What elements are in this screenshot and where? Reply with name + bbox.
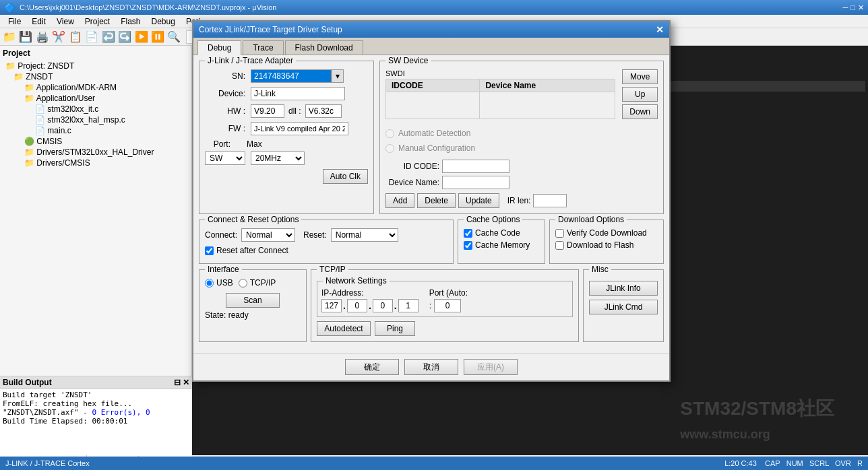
cancel-button[interactable]: 取消 bbox=[404, 359, 458, 375]
device-label: Device: bbox=[205, 89, 245, 98]
apply-button[interactable]: 应用(A) bbox=[464, 359, 518, 375]
ip-octet-2[interactable] bbox=[347, 299, 367, 312]
device-input[interactable] bbox=[251, 87, 345, 100]
port-input[interactable] bbox=[434, 299, 461, 312]
fw-input bbox=[251, 122, 348, 135]
build-line-3: "ZNSDT\ZNSDT.axf" - 0 Error(s), 0 bbox=[3, 408, 189, 417]
dialog-tabs: Debug Trace Flash Download bbox=[193, 38, 669, 55]
manual-config-radio[interactable] bbox=[385, 144, 394, 153]
ip-label: IP-Address: bbox=[321, 288, 418, 298]
cache-code-checkbox[interactable] bbox=[464, 229, 472, 238]
maximize-icon[interactable]: □ bbox=[850, 3, 855, 12]
jlink-cmd-button[interactable]: JLink Cmd bbox=[589, 300, 658, 314]
menu-file[interactable]: File bbox=[3, 17, 26, 26]
minimize-icon[interactable]: ─ bbox=[843, 3, 848, 12]
sn-dropdown-icon[interactable]: ▾ bbox=[332, 69, 344, 83]
auto-detection-radio[interactable] bbox=[385, 129, 394, 138]
tab-trace[interactable]: Trace bbox=[243, 40, 283, 55]
autodetect-button[interactable]: Autodetect bbox=[317, 321, 371, 336]
tcpip-radio[interactable] bbox=[239, 279, 247, 288]
tree-drivers-hal: 📁 Drivers/STM32L0xx_HAL_Driver bbox=[3, 147, 189, 158]
cache-options-title: Cache Options bbox=[464, 215, 522, 224]
dialog-title: Cortex JLink/JTrace Target Driver Setup bbox=[199, 25, 342, 34]
reset-after-connect-row: Reset after Connect bbox=[205, 246, 447, 255]
build-output-title: Build Output ⊟ ✕ bbox=[0, 376, 192, 389]
confirm-button[interactable]: 确定 bbox=[345, 359, 399, 375]
ip-octet-1[interactable] bbox=[321, 299, 342, 312]
dll-input bbox=[305, 104, 342, 118]
hw-row: HW : dll : bbox=[205, 104, 368, 118]
download-options-group: Download Options Verify Code Download Do… bbox=[549, 220, 664, 264]
download-flash-row: Download to Flash bbox=[555, 240, 658, 250]
interface-group: Interface USB TCP/IP Scan State: ready bbox=[199, 269, 307, 342]
reset-after-connect-checkbox[interactable] bbox=[205, 246, 214, 255]
delete-button[interactable]: Delete bbox=[417, 193, 456, 208]
tab-flash-download[interactable]: Flash Download bbox=[285, 40, 363, 55]
tab-debug[interactable]: Debug bbox=[197, 40, 241, 55]
up-button[interactable]: Up bbox=[622, 87, 658, 102]
tree-app-mdk: 📁 Application/MDK-ARM bbox=[3, 82, 189, 93]
action-buttons-row: Add Delete Update IR len: bbox=[385, 193, 615, 208]
dialog-close-button[interactable]: ✕ bbox=[656, 25, 664, 34]
build-line-1: Build target 'ZNSDT' bbox=[3, 391, 189, 399]
connect-select[interactable]: Normal Connect Reset bbox=[241, 228, 295, 242]
ip-octet-4[interactable] bbox=[398, 299, 418, 312]
device-name-input[interactable] bbox=[442, 176, 509, 189]
menu-project[interactable]: Project bbox=[80, 17, 115, 26]
down-button[interactable]: Down bbox=[622, 104, 658, 119]
interface-title: Interface bbox=[205, 265, 242, 274]
middle-section: Connect & Reset Options Connect: Normal … bbox=[199, 220, 664, 269]
toolbar-icons: 📁 💾 🖨️ ✂️ 📋 📄 ↩️ ↪️ ▶️ ⏸️ 🔍 bbox=[3, 30, 181, 43]
update-button[interactable]: Update bbox=[458, 193, 499, 208]
download-flash-checkbox[interactable] bbox=[555, 241, 564, 250]
reset-after-connect-label: Reset after Connect bbox=[216, 246, 288, 255]
cache-memory-checkbox[interactable] bbox=[464, 241, 472, 250]
hw-input bbox=[251, 104, 284, 118]
close-icon[interactable]: ✕ bbox=[858, 3, 864, 12]
cache-memory-label: Cache Memory bbox=[475, 240, 530, 250]
tree-project: 📁 Project: ZNSDT bbox=[3, 61, 189, 71]
scan-button[interactable]: Scan bbox=[226, 293, 280, 308]
tree-file-main: 📄 main.c bbox=[3, 125, 189, 136]
ip-dot-3: . bbox=[394, 300, 397, 311]
manual-config-row: Manual Configuration bbox=[385, 143, 615, 153]
idcode-input[interactable] bbox=[442, 160, 509, 173]
auto-clk-button[interactable]: Auto Clk bbox=[323, 169, 368, 184]
manual-config-label: Manual Configuration bbox=[398, 143, 475, 153]
project-panel-title: Project bbox=[3, 48, 189, 58]
menu-view[interactable]: View bbox=[51, 17, 80, 26]
add-button[interactable]: Add bbox=[385, 193, 414, 208]
state-label: State: ready bbox=[205, 310, 301, 320]
top-section: J-Link / J-Trace Adapter SN: ▾ Device: H… bbox=[199, 61, 664, 220]
menu-debug[interactable]: Debug bbox=[146, 17, 181, 26]
ping-button[interactable]: Ping bbox=[375, 321, 415, 336]
idcode-row: ID CODE: bbox=[385, 160, 615, 173]
fw-row: FW : bbox=[205, 122, 368, 135]
port-label: Port (Auto: bbox=[429, 288, 468, 298]
tree-file-msp: 📄 stm32l0xx_hal_msp.c bbox=[3, 114, 189, 125]
ir-len-input[interactable] bbox=[533, 194, 567, 207]
auto-detection-label: Automatic Detection bbox=[398, 129, 470, 138]
ip-octet-3[interactable] bbox=[373, 299, 393, 312]
port-label: Port: bbox=[205, 139, 230, 149]
bottom-section: Interface USB TCP/IP Scan State: ready bbox=[199, 269, 664, 347]
reset-select[interactable]: Normal Hardware Software bbox=[331, 228, 398, 242]
port-select[interactable]: SW JTAG bbox=[205, 152, 245, 165]
verify-code-checkbox[interactable] bbox=[555, 229, 564, 238]
sw-device-group: SW Device SWDI IDCODE Device Name bbox=[379, 61, 664, 214]
jlink-adapter-group: J-Link / J-Trace Adapter SN: ▾ Device: H… bbox=[199, 61, 374, 214]
misc-title: Misc bbox=[589, 265, 611, 274]
move-button[interactable]: Move bbox=[622, 69, 658, 84]
max-select[interactable]: 20MHz 10MHz 5MHz bbox=[251, 152, 305, 165]
reset-label: Reset: bbox=[303, 230, 327, 240]
menu-flash[interactable]: Flash bbox=[115, 17, 146, 26]
sn-input[interactable] bbox=[251, 69, 332, 83]
watermark: STM32/STM8社区www.stmcu.org bbox=[680, 396, 834, 443]
connect-reset-group: Connect & Reset Options Connect: Normal … bbox=[199, 220, 454, 264]
network-settings-title: Network Settings bbox=[323, 276, 390, 286]
connect-label: Connect: bbox=[205, 230, 237, 240]
jlink-info-button[interactable]: JLink Info bbox=[589, 281, 658, 296]
verify-code-label: Verify Code Download bbox=[567, 228, 647, 238]
menu-edit[interactable]: Edit bbox=[26, 17, 51, 26]
usb-radio[interactable] bbox=[205, 279, 214, 288]
